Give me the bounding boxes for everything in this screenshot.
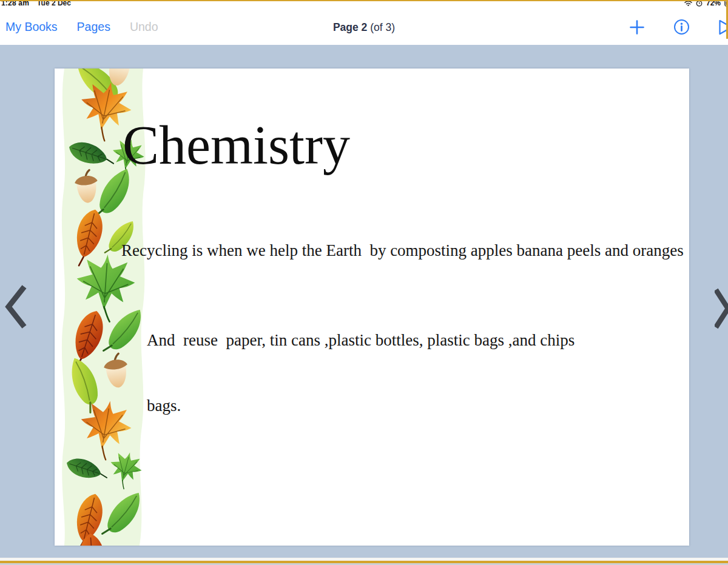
paragraph-bags[interactable]: bags. bbox=[147, 396, 181, 416]
app-window: 1:28 am Tue 2 Dec 72% bbox=[0, 0, 728, 565]
page-indicator: Page 2 (of 3) bbox=[333, 21, 395, 33]
wifi-icon bbox=[684, 1, 692, 6]
undo-button[interactable]: Undo bbox=[130, 20, 158, 34]
frame-border-top bbox=[0, 0, 728, 1]
plus-icon bbox=[629, 19, 645, 36]
my-books-button[interactable]: My Books bbox=[5, 20, 58, 34]
paragraph-reuse[interactable]: And reuse paper, tin cans ,plastic bottl… bbox=[147, 330, 575, 350]
pages-button[interactable]: Pages bbox=[77, 20, 110, 34]
canvas-area: Chemistry Recycling is when we help the … bbox=[0, 45, 728, 558]
chevron-left-icon bbox=[5, 285, 27, 329]
previous-page-button[interactable] bbox=[5, 285, 27, 330]
info-icon bbox=[673, 19, 690, 35]
status-time: 1:28 am bbox=[1, 1, 29, 7]
alarm-icon bbox=[696, 1, 703, 7]
page-indicator-total: (of 3) bbox=[367, 21, 395, 33]
battery-percent: 72% bbox=[706, 1, 721, 7]
status-date: Tue 2 Dec bbox=[37, 1, 71, 7]
page-title[interactable]: Chemistry bbox=[123, 118, 350, 173]
status-bar: 1:28 am Tue 2 Dec 72% bbox=[0, 1, 728, 9]
next-page-button[interactable] bbox=[715, 287, 728, 332]
info-button[interactable] bbox=[673, 19, 690, 35]
book-page[interactable]: Chemistry Recycling is when we help the … bbox=[55, 69, 689, 546]
add-page-button[interactable] bbox=[629, 19, 645, 36]
paragraph-recycling[interactable]: Recycling is when we help the Earth by c… bbox=[121, 241, 689, 261]
toolbar: My Books Pages Undo Page 2 (of 3) bbox=[0, 9, 728, 45]
page-indicator-current: Page 2 bbox=[333, 21, 367, 33]
chevron-right-icon bbox=[715, 287, 728, 330]
